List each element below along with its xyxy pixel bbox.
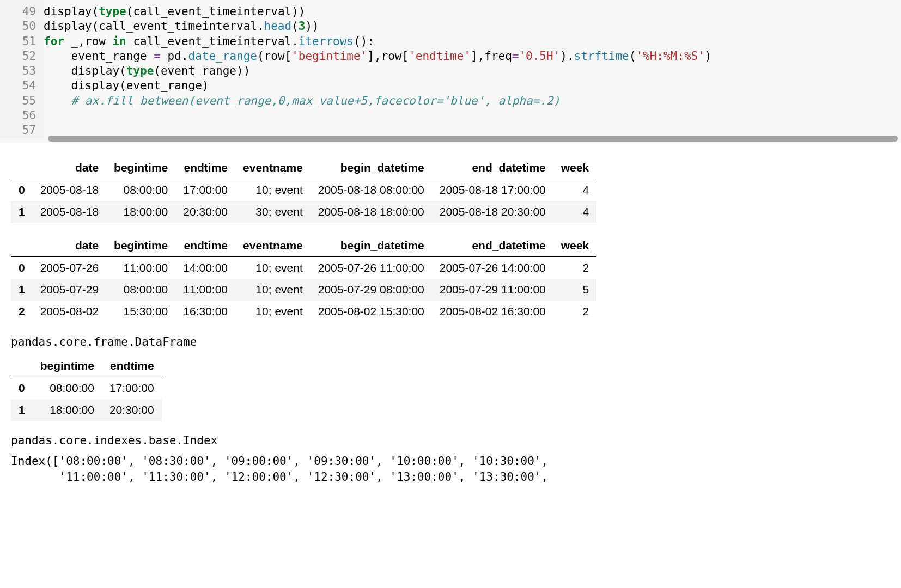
cell: 2005-08-18	[33, 179, 106, 201]
table-row: 12005-08-1818:00:0020:30:0030; event2005…	[11, 201, 596, 223]
line-number: 56	[0, 108, 36, 123]
code-cell[interactable]: 495051525354555657 display(type(call_eve…	[0, 0, 901, 143]
dataframe-table-3: begintimeendtime008:00:0017:00:00118:00:…	[11, 355, 162, 421]
cell: 08:00:00	[33, 377, 102, 400]
line-number: 50	[0, 19, 36, 34]
column-header: end_datetime	[432, 157, 553, 179]
cell: 2	[553, 256, 596, 279]
column-header: endtime	[175, 235, 235, 257]
code-line[interactable]	[44, 108, 901, 123]
cell: 11:00:00	[175, 279, 235, 301]
horizontal-scrollbar[interactable]	[48, 136, 898, 142]
column-header: begintime	[33, 355, 102, 377]
cell: 11:00:00	[106, 256, 175, 279]
cell: 5	[553, 279, 596, 301]
cell: 2005-08-02 16:30:00	[432, 301, 553, 322]
row-index: 1	[11, 201, 33, 223]
cell: 4	[553, 179, 596, 201]
column-header: begin_datetime	[311, 235, 432, 257]
column-header: date	[33, 157, 106, 179]
cell: 20:30:00	[175, 201, 235, 223]
code-line[interactable]: event_range = pd.date_range(row['beginti…	[44, 49, 901, 64]
column-header: week	[553, 235, 596, 257]
cell: 2005-08-18 17:00:00	[432, 179, 553, 201]
cell: 17:00:00	[175, 179, 235, 201]
cell-output: datebegintimeendtimeeventnamebegin_datet…	[0, 143, 901, 485]
code-line[interactable]: display(type(call_event_timeinterval))	[44, 4, 901, 19]
line-number: 54	[0, 78, 36, 93]
cell: 18:00:00	[33, 399, 102, 421]
cell: 2005-07-29 08:00:00	[311, 279, 432, 301]
table-row: 008:00:0017:00:00	[11, 377, 162, 400]
cell: 2005-08-18	[33, 201, 106, 223]
column-header: endtime	[175, 157, 235, 179]
cell: 2005-07-26	[33, 256, 106, 279]
line-number: 49	[0, 4, 36, 19]
cell: 2005-08-02	[33, 301, 106, 322]
cell: 14:00:00	[175, 256, 235, 279]
row-index: 0	[11, 256, 33, 279]
cell: 2005-07-29	[33, 279, 106, 301]
table-row: 22005-08-0215:30:0016:30:0010; event2005…	[11, 301, 596, 322]
cell: 2005-08-18 20:30:00	[432, 201, 553, 223]
cell: 08:00:00	[106, 279, 175, 301]
cell: 10; event	[235, 279, 311, 301]
cell: 2005-07-26 11:00:00	[311, 256, 432, 279]
cell: 15:30:00	[106, 301, 175, 322]
code-line[interactable]: display(event_range)	[44, 78, 901, 93]
row-index: 1	[11, 399, 33, 421]
column-header: begintime	[106, 157, 175, 179]
column-header: eventname	[235, 235, 311, 257]
type-output-2: pandas.core.indexes.base.Index	[11, 433, 890, 448]
row-index: 0	[11, 179, 33, 201]
table-row: 02005-07-2611:00:0014:00:0010; event2005…	[11, 256, 596, 279]
type-output-1: pandas.core.frame.DataFrame	[11, 334, 890, 350]
cell: 30; event	[235, 201, 311, 223]
line-number: 57	[0, 123, 36, 138]
cell: 20:30:00	[102, 399, 162, 421]
cell: 2005-08-18 08:00:00	[311, 179, 432, 201]
table-row: 12005-07-2908:00:0011:00:0010; event2005…	[11, 279, 596, 301]
cell: 2	[553, 301, 596, 322]
column-header: eventname	[235, 157, 311, 179]
column-header: begin_datetime	[311, 157, 432, 179]
dataframe-table-2: datebegintimeendtimeeventnamebegin_datet…	[11, 235, 596, 322]
line-number-gutter: 495051525354555657	[0, 0, 44, 138]
cell: 10; event	[235, 179, 311, 201]
cell: 08:00:00	[106, 179, 175, 201]
cell: 17:00:00	[102, 377, 162, 400]
cell: 2005-08-02 15:30:00	[311, 301, 432, 322]
cell: 2005-08-18 18:00:00	[311, 201, 432, 223]
code-line[interactable]: display(call_event_timeinterval.head(3))	[44, 19, 901, 34]
cell: 18:00:00	[106, 201, 175, 223]
index-repr-output: Index(['08:00:00', '08:30:00', '09:00:00…	[11, 454, 890, 485]
line-number: 51	[0, 34, 36, 49]
column-header: begintime	[106, 235, 175, 257]
cell: 16:30:00	[175, 301, 235, 322]
cell: 10; event	[235, 256, 311, 279]
cell: 2005-07-26 14:00:00	[432, 256, 553, 279]
table-row: 02005-08-1808:00:0017:00:0010; event2005…	[11, 179, 596, 201]
dataframe-table-1: datebegintimeendtimeeventnamebegin_datet…	[11, 157, 596, 223]
row-index: 0	[11, 377, 33, 400]
line-number: 53	[0, 64, 36, 78]
column-header: end_datetime	[432, 235, 553, 257]
column-header: week	[553, 157, 596, 179]
line-number: 55	[0, 94, 36, 108]
code-line[interactable]: display(type(event_range))	[44, 64, 901, 78]
cell: 2005-07-29 11:00:00	[432, 279, 553, 301]
code-line[interactable]: # ax.fill_between(event_range,0,max_valu…	[44, 94, 901, 108]
line-number: 52	[0, 49, 36, 64]
row-index: 2	[11, 301, 33, 322]
code-editor[interactable]: display(type(call_event_timeinterval))di…	[44, 0, 901, 138]
cell: 4	[553, 201, 596, 223]
cell: 10; event	[235, 301, 311, 322]
column-header: date	[33, 235, 106, 257]
row-index: 1	[11, 279, 33, 301]
column-header: endtime	[102, 355, 162, 377]
code-line[interactable]: for _,row in call_event_timeinterval.ite…	[44, 34, 901, 49]
table-row: 118:00:0020:30:00	[11, 399, 162, 421]
